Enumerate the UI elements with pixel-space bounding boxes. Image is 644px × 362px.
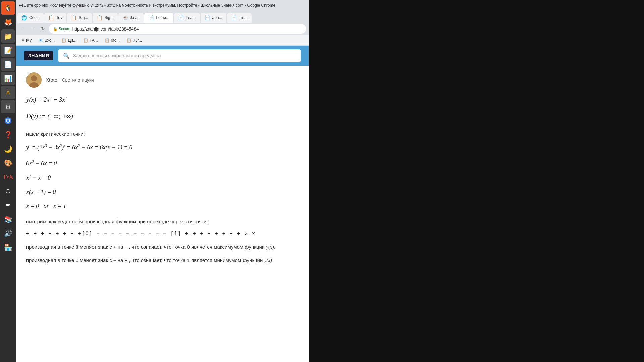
firefox-icon[interactable]: 🦊 (1, 15, 15, 29)
critical-points-label: ищем критические точки: (26, 130, 294, 138)
files-icon[interactable]: 📁 (1, 29, 15, 43)
bookmark-my[interactable]: M My (19, 37, 34, 44)
media-icon[interactable]: 🔊 (1, 227, 15, 240)
right-area (309, 0, 644, 362)
presentation-icon[interactable]: A (1, 86, 15, 99)
url-text: https://znanija.com/task/28845484 (72, 26, 139, 32)
content-area: Xtoto · Светило науки y(x) = 2x3 − 3x2 D… (16, 66, 305, 283)
title-bar: Решите срочно! Исследуйте функцию y=2x^3… (16, 0, 309, 11)
tab-favicon-toy: 📋 (48, 15, 54, 20)
avatar (26, 72, 42, 88)
tab-apa[interactable]: 📄 ара... (201, 13, 226, 23)
pen-icon[interactable]: ✒ (1, 198, 15, 212)
tab-label-coc: Coc... (29, 15, 40, 20)
search-icon: 🔍 (63, 53, 70, 59)
library-icon[interactable]: 📚 (1, 213, 15, 226)
max-point: 0 (75, 244, 78, 250)
bookmark-favicon-fa: 📋 (83, 38, 88, 43)
help-icon[interactable]: ❓ (1, 128, 15, 141)
forward-button[interactable]: → (29, 25, 37, 33)
bookmark-73f[interactable]: 📋 73f... (124, 37, 145, 44)
text-editor-icon[interactable]: 📝 (1, 44, 15, 57)
tab-toy[interactable]: 📋 Toy (44, 13, 66, 23)
tab-favicon-gla: 📄 (178, 15, 184, 20)
ubuntu-icon[interactable]: 🐧 (1, 1, 15, 15)
equation-3: x(x − 1) = 0 (26, 187, 294, 197)
site-logo: ЗНАНИЯ (24, 51, 53, 60)
tab-favicon-jav: ☕ (122, 15, 128, 20)
tab-favicon-apa: 📄 (205, 15, 210, 20)
tab-ins[interactable]: 📄 Ins... (227, 13, 252, 23)
site-content: ЗНАНИЯ 🔍 Задай вопрос из школольного пре… (16, 46, 309, 362)
bookmark-favicon-ci: 📋 (61, 38, 66, 43)
browser-window: Решите срочно! Исследуйте функцию y=2x^3… (16, 0, 309, 362)
bookmark-label-email: Вхо... (45, 38, 55, 43)
bookmark-favicon-73f: 📋 (126, 38, 131, 43)
taskbar: 🐧 🦊 📁 📝 📄 📊 A ⚙ ❓ 🌙 🎨 TEX ⬡ ✒ 📚 🔊 🏪 (0, 0, 16, 362)
search-placeholder: Задай вопрос из школольного предмета (73, 53, 161, 58)
user-name: Xtoto (46, 77, 57, 83)
bookmark-fa[interactable]: 📋 FA... (80, 37, 101, 44)
bookmark-label-ci: Ци... (68, 38, 76, 43)
tab-active[interactable]: 📄 Реши... (144, 13, 173, 23)
bookmark-favicon-0fo: 📋 (105, 38, 110, 43)
blender-icon[interactable]: 🎨 (1, 156, 15, 170)
network-icon[interactable]: ⬡ (1, 184, 15, 198)
chrome-icon[interactable] (1, 114, 15, 127)
tab-label-sig2: Sig... (104, 15, 113, 20)
address-bar: ← → ↻ 🔒 Secure https://znanija.com/task/… (16, 23, 309, 35)
user-badge: Светило науки (62, 77, 94, 83)
svg-point-4 (31, 75, 37, 81)
max-explanation: производная в точке 0 меняет знак с + на… (26, 243, 294, 252)
site-header: ЗНАНИЯ 🔍 Задай вопрос из школольного пре… (16, 46, 309, 66)
min-point: 1 (75, 257, 78, 263)
astronomy-icon[interactable]: 🌙 (1, 142, 15, 156)
text-editor2-icon[interactable]: 📄 (1, 58, 15, 71)
back-button[interactable]: ← (19, 25, 27, 33)
settings-icon[interactable]: ⚙ (1, 100, 15, 113)
window-title: Решите срочно! Исследуйте функцию y=2x^3… (19, 3, 306, 8)
bookmark-label-73f: 73f... (133, 38, 142, 43)
tab-gla[interactable]: 📄 Гла... (174, 13, 200, 23)
equation-1: 6x2 − 6x = 0 (26, 159, 294, 168)
svg-point-2 (7, 119, 9, 122)
bookmark-label-my: My (26, 38, 32, 43)
bookmark-ci[interactable]: 📋 Ци... (59, 37, 79, 44)
bookmark-0fo[interactable]: 📋 0fo... (102, 37, 123, 44)
bookmark-favicon-my: M (21, 38, 25, 43)
bookmarks-bar: M My 📧 Вхо... 📋 Ци... 📋 FA... 📋 0fo... 📋… (16, 35, 309, 46)
equation-4: x = 0 or x = 1 (26, 201, 294, 211)
derivative-formula: y′ = (2x3 − 3x2)′ = 6x2 − 6x = 6x(x − 1)… (26, 143, 294, 153)
tab-favicon-ins: 📄 (231, 15, 237, 20)
tab-bar: 🌐 Coc... 📋 Toy 📋 Sig... 📋 Sig... ☕ Jav..… (16, 11, 309, 23)
bookmark-email[interactable]: 📧 Вхо... (36, 37, 57, 44)
bookmark-favicon-email: 📧 (38, 38, 43, 43)
tab-sig2[interactable]: 📋 Sig... (93, 13, 117, 23)
sign-analysis-label: смотрим, как ведет себя производная функ… (26, 217, 294, 226)
equation-2: x2 − x = 0 (26, 173, 294, 183)
bookmark-label-fa: FA... (90, 38, 98, 43)
sign-line: + + + + + + + +[0] − − − − − − − − − − [… (26, 231, 294, 237)
tab-favicon-sig1: 📋 (71, 15, 77, 20)
tab-coc[interactable]: 🌐 Coc... (17, 13, 44, 23)
url-bar[interactable]: 🔒 Secure https://znanija.com/task/288454… (49, 24, 306, 34)
secure-badge: 🔒 Secure (53, 27, 70, 31)
min-explanation: производная в точке 1 меняет знак с − на… (26, 256, 294, 265)
tab-sig1[interactable]: 📋 Sig... (67, 13, 92, 23)
reload-button[interactable]: ↻ (39, 25, 47, 33)
tab-label-ins: Ins... (239, 15, 248, 20)
tab-favicon-active: 📄 (148, 15, 154, 20)
tex-icon[interactable]: TEX (1, 170, 15, 184)
tab-jav[interactable]: ☕ Jav... (118, 13, 144, 23)
tab-label-jav: Jav... (130, 15, 140, 20)
domain-formula: D(y) := (−∞; +∞) (26, 111, 294, 121)
tab-label-active: Реши... (156, 15, 169, 20)
search-box[interactable]: 🔍 Задай вопрос из школольного предмета (58, 49, 301, 62)
tab-label-apa: ара... (212, 15, 222, 20)
appstore-icon[interactable]: 🏪 (1, 241, 15, 254)
tab-favicon-coc: 🌐 (21, 15, 27, 20)
spreadsheet-icon[interactable]: 📊 (1, 72, 15, 85)
tab-label-gla: Гла... (186, 15, 196, 20)
bookmark-label-0fo: 0fo... (111, 38, 120, 43)
formula-main: y(x) = 2x3 − 3x2 (26, 95, 294, 105)
